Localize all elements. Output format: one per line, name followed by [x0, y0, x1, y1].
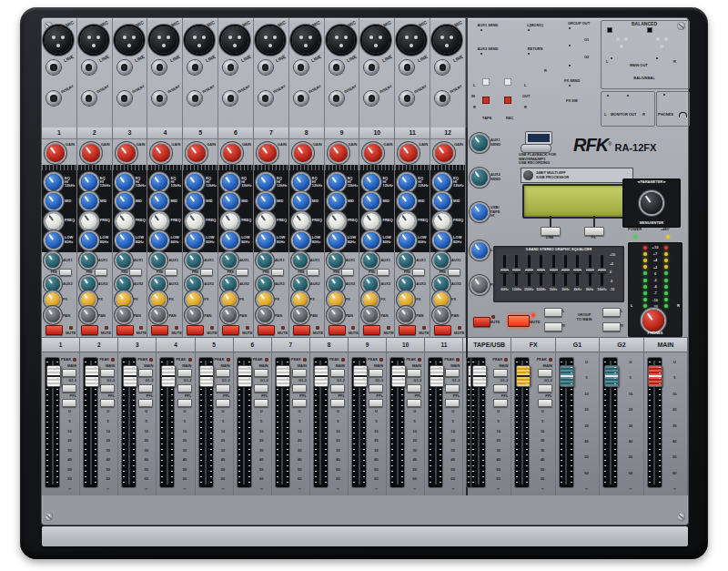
gain-knob[interactable] — [294, 144, 312, 162]
geq-slider[interactable] — [564, 255, 567, 286]
pan-knob[interactable] — [151, 308, 166, 322]
geq-slider[interactable] — [601, 255, 603, 286]
eq-low-knob[interactable] — [116, 232, 133, 249]
eq-hi-knob[interactable] — [81, 174, 97, 190]
aux1-pre-button[interactable] — [448, 269, 460, 276]
aux1-pre-button[interactable] — [236, 269, 248, 276]
mute-button[interactable] — [151, 325, 168, 335]
mute-button[interactable] — [399, 325, 416, 335]
pfl-button[interactable] — [330, 399, 345, 407]
fx-knob[interactable] — [434, 292, 449, 307]
master-aux2-send-knob[interactable] — [471, 169, 488, 186]
geq-slider[interactable] — [552, 255, 555, 286]
pan-knob[interactable] — [187, 308, 201, 322]
aux1-knob[interactable] — [363, 253, 378, 268]
aux2-knob[interactable] — [46, 277, 60, 291]
pan-knob[interactable] — [434, 308, 449, 322]
mute-button[interactable] — [81, 325, 98, 335]
fx-knob[interactable] — [222, 292, 237, 307]
geq-slider[interactable] — [528, 255, 531, 286]
fader-track[interactable] — [515, 358, 529, 487]
gain-knob[interactable] — [435, 144, 453, 162]
eq-low-knob[interactable] — [399, 232, 415, 249]
eq-freq-knob[interactable] — [187, 213, 203, 229]
aux1-knob[interactable] — [46, 253, 60, 268]
pfl-button[interactable] — [493, 399, 508, 407]
group-assign-button[interactable] — [369, 384, 383, 393]
aux2-knob[interactable] — [258, 277, 272, 291]
aux2-knob[interactable] — [222, 277, 237, 291]
fader-track[interactable] — [84, 358, 97, 487]
aux1-pre-button[interactable] — [129, 269, 142, 276]
fx-mute-button[interactable] — [508, 315, 530, 327]
eq-hi-knob[interactable] — [187, 174, 203, 190]
aux1-pre-button[interactable] — [307, 269, 319, 276]
gain-knob[interactable] — [223, 144, 241, 162]
eq-mid-knob[interactable] — [399, 193, 415, 209]
eq-hi-knob[interactable] — [46, 174, 62, 190]
mute-button[interactable] — [258, 325, 275, 335]
aux1-knob[interactable] — [151, 253, 166, 268]
eq-mid-knob[interactable] — [46, 193, 62, 209]
mute-button[interactable] — [293, 325, 310, 335]
aux1-pre-button[interactable] — [341, 269, 354, 276]
aux1-pre-button[interactable] — [95, 269, 107, 276]
eq-low-knob[interactable] — [222, 232, 238, 249]
usb-tape-low-knob[interactable] — [471, 242, 488, 259]
fader-track[interactable] — [160, 358, 174, 487]
aux1-pre-button[interactable] — [271, 269, 284, 276]
fader-track[interactable] — [429, 358, 442, 487]
fader-cap[interactable] — [430, 365, 444, 387]
pan-knob[interactable] — [222, 308, 237, 322]
fader-track[interactable] — [603, 358, 617, 487]
eq-freq-knob[interactable] — [46, 213, 62, 229]
geq-slider-cap[interactable] — [598, 268, 606, 273]
aux1-pre-button[interactable] — [412, 269, 425, 276]
aux1-pre-button[interactable] — [59, 269, 72, 276]
eq-hi-knob[interactable] — [116, 174, 133, 190]
eq-hi-knob[interactable] — [222, 174, 238, 190]
fader-cap[interactable] — [85, 365, 99, 387]
mute-button[interactable] — [363, 325, 380, 335]
eq-mid-knob[interactable] — [293, 193, 309, 209]
group-assign-button[interactable] — [407, 384, 421, 393]
fader-cap[interactable] — [648, 365, 662, 387]
fader-track[interactable] — [122, 358, 136, 487]
mute-button[interactable] — [222, 325, 239, 335]
group-assign-button[interactable] — [100, 384, 115, 393]
aux2-knob[interactable] — [151, 277, 166, 291]
eq-mid-knob[interactable] — [116, 193, 133, 209]
eq-low-knob[interactable] — [151, 232, 167, 249]
group1-to-main-r-button[interactable] — [544, 322, 562, 331]
pan-knob[interactable] — [116, 308, 131, 322]
eq-mid-knob[interactable] — [151, 193, 167, 209]
gain-knob[interactable] — [187, 144, 206, 162]
geq-slider-cap[interactable] — [561, 268, 570, 273]
usb-tape-pan-knob[interactable] — [471, 277, 488, 293]
eq-freq-knob[interactable] — [434, 213, 450, 229]
mute-button[interactable] — [116, 325, 134, 335]
aux1-pre-button[interactable] — [377, 269, 389, 276]
aux1-pre-button[interactable] — [200, 269, 213, 276]
fader-cap[interactable] — [560, 365, 574, 387]
aux2-knob[interactable] — [434, 277, 449, 291]
fx-knob[interactable] — [363, 292, 378, 307]
group-assign-button[interactable] — [292, 384, 307, 393]
usb-tape-hi-knob[interactable] — [471, 204, 488, 220]
phones-level-knob[interactable] — [642, 310, 664, 331]
group-assign-button[interactable] — [254, 384, 268, 393]
pfl-button[interactable] — [292, 399, 307, 407]
parameter-knob[interactable] — [641, 192, 662, 214]
fx-knob[interactable] — [116, 292, 131, 307]
eq-mid-knob[interactable] — [258, 193, 274, 209]
aux1-knob[interactable] — [116, 253, 131, 268]
fader-track[interactable] — [352, 358, 366, 487]
group-assign-button[interactable] — [330, 384, 345, 393]
fader-cap[interactable] — [199, 365, 214, 387]
fx-knob[interactable] — [258, 292, 272, 307]
mute-button[interactable] — [434, 325, 451, 335]
eq-low-knob[interactable] — [434, 232, 450, 249]
pfl-button[interactable] — [254, 399, 268, 407]
geq-slider-cap[interactable] — [500, 268, 509, 273]
master-aux1-send-knob[interactable] — [471, 135, 488, 151]
